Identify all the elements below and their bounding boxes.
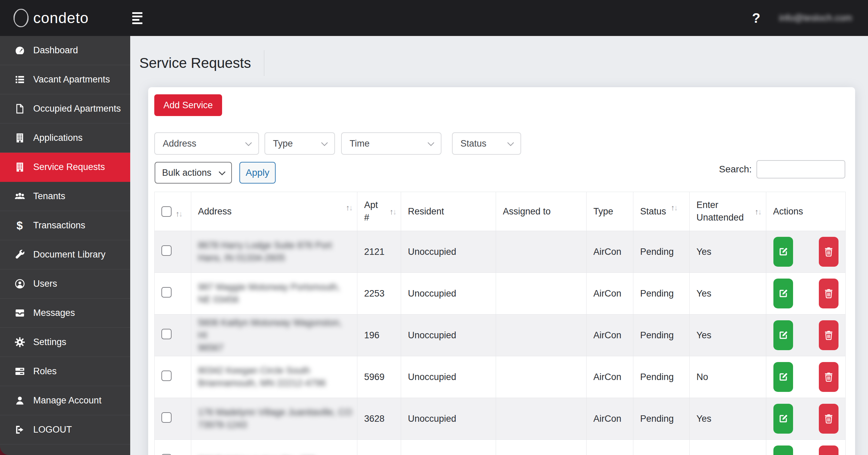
filter-select-type[interactable]: Type (264, 132, 335, 155)
sidebar-item-settings[interactable]: Settings (0, 328, 130, 357)
page-title: Service Requests (139, 55, 251, 71)
delete-button[interactable] (819, 320, 839, 350)
sidebar: DashboardVacant ApartmentsOccupied Apart… (0, 36, 130, 455)
address-cell-redacted: 987 Maggie Motorway Portsmouth,NE 03456 (198, 281, 352, 306)
assigned-to-cell (496, 356, 587, 398)
main-content: Service Requests Add Service AddressType… (130, 36, 868, 455)
row-checkbox[interactable] (161, 371, 172, 381)
enter-unattended-cell: No (690, 356, 766, 398)
sort-icon[interactable]: ↑↓ (176, 209, 182, 219)
row-checkbox[interactable] (161, 329, 172, 339)
delete-button[interactable] (819, 445, 839, 455)
apt-cell: 196 (357, 315, 401, 356)
edit-icon (778, 413, 789, 424)
help-icon[interactable]: ? (752, 0, 760, 36)
building-icon (14, 132, 26, 144)
edit-button[interactable] (773, 404, 793, 434)
resident-cell (401, 440, 496, 455)
edit-icon (778, 246, 789, 257)
sidebar-toggle-icon[interactable] (132, 12, 144, 26)
apply-button[interactable]: Apply (239, 162, 276, 184)
bulk-actions-select[interactable]: Bulk actions (155, 162, 232, 184)
sidebar-item-vacant-apartments[interactable]: Vacant Apartments (0, 65, 130, 94)
column-header-status[interactable]: Status↑↓ (633, 192, 690, 231)
resident-cell: Unoccupied (401, 315, 496, 356)
actions-cell (773, 237, 841, 267)
sort-icon[interactable]: ↑↓ (390, 207, 396, 216)
filter-select-time[interactable]: Time (341, 132, 441, 155)
sidebar-item-manage-account[interactable]: Manage Account (0, 386, 130, 415)
edit-button[interactable] (773, 362, 793, 392)
sidebar-item-label: Service Requests (33, 162, 105, 172)
status-cell: Pending (633, 273, 690, 315)
chevron-down-icon (239, 138, 252, 149)
edit-button[interactable] (773, 445, 793, 455)
add-service-button[interactable]: Add Service (154, 94, 222, 116)
type-cell: AirCon (587, 273, 633, 315)
app-logo[interactable]: condeto (12, 7, 89, 29)
sidebar-item-occupied-apartments[interactable]: Occupied Apartments (0, 94, 130, 124)
sidebar-item-users[interactable]: Users (0, 269, 130, 299)
address-cell-redacted: 5606 Kaitlyn Motorway Wagonston, HI96567 (198, 317, 352, 354)
column-header-apt-[interactable]: Apt #↑↓ (357, 192, 401, 231)
bulk-actions-label: Bulk actions (162, 168, 212, 178)
service-requests-card: Add Service AddressTypeTimeStatus Bulk a… (148, 87, 855, 455)
sidebar-item-messages[interactable]: Messages (0, 299, 130, 328)
address-cell-redacted: 176 Madelynn Village Juanitaville, CO739… (198, 406, 352, 431)
enter-unattended-cell: Yes (690, 315, 766, 356)
apt-cell: 5969 (357, 356, 401, 398)
sort-icon[interactable]: ↑↓ (755, 207, 761, 216)
edit-button[interactable] (773, 237, 793, 267)
user-email[interactable]: info@tesloch.com (779, 0, 852, 36)
filter-select-status[interactable]: Status (452, 132, 521, 155)
logo-text: condeto (33, 10, 89, 26)
sidebar-item-document-library[interactable]: Document Library (0, 240, 130, 269)
column-header-label: Resident (408, 205, 444, 218)
search-input[interactable] (756, 160, 845, 178)
filter-label: Time (350, 138, 370, 149)
delete-button[interactable] (819, 279, 839, 308)
edit-button[interactable] (773, 279, 793, 308)
delete-button[interactable] (819, 362, 839, 392)
trash-icon (823, 413, 834, 424)
sidebar-item-dashboard[interactable]: Dashboard (0, 36, 130, 65)
assigned-to-cell (496, 398, 587, 440)
actions-cell (773, 404, 841, 434)
sidebar-item-label: Transactions (33, 220, 85, 231)
building-icon (14, 161, 26, 173)
column-header-address[interactable]: Address↑↓ (191, 192, 357, 231)
service-requests-table-wrap: ↑↓Address↑↓Apt #↑↓ResidentAssigned toTyp… (154, 192, 845, 455)
sidebar-item-transactions[interactable]: $Transactions (0, 211, 130, 240)
sidebar-item-label: Manage Account (33, 395, 101, 406)
delete-button[interactable] (819, 237, 839, 267)
delete-button[interactable] (819, 404, 839, 434)
list-icon (14, 74, 26, 86)
actions-cell (773, 362, 841, 392)
row-checkbox[interactable] (161, 287, 172, 298)
edit-button[interactable] (773, 320, 793, 350)
select-all-checkbox[interactable] (161, 206, 172, 217)
row-checkbox[interactable] (161, 412, 172, 423)
column-header-enter-unattended[interactable]: Enter Unattended↑↓ (690, 192, 766, 231)
sidebar-item-roles[interactable]: Roles (0, 357, 130, 386)
enter-unattended-cell (690, 440, 766, 455)
table-row: 80342 Keegan Circle SouthBriannamouth, M… (155, 356, 846, 398)
filter-select-address[interactable]: Address (154, 132, 259, 155)
column-header-actions: Actions (766, 192, 846, 231)
server-icon (14, 365, 26, 378)
column-header-select[interactable]: ↑↓ (155, 192, 191, 231)
sidebar-item-applications[interactable]: Applications (0, 124, 130, 153)
sidebar-item-service-requests[interactable]: Service Requests (0, 153, 130, 182)
assigned-to-cell (496, 273, 587, 315)
row-checkbox[interactable] (161, 245, 172, 256)
sidebar-item-label: Applications (33, 133, 83, 143)
table-row: 312 Delphine Lakes Ste. 335 (155, 440, 846, 455)
sidebar-item-tenants[interactable]: Tenants (0, 182, 130, 211)
gauge-icon (14, 44, 26, 57)
column-header-label: Status (640, 205, 666, 218)
column-header-label: Apt # (364, 199, 385, 224)
sort-icon[interactable]: ↑↓ (671, 203, 677, 212)
sort-icon[interactable]: ↑↓ (346, 203, 352, 212)
sidebar-item-logout[interactable]: LOGOUT (0, 415, 130, 444)
logo-circle-icon (12, 7, 31, 29)
